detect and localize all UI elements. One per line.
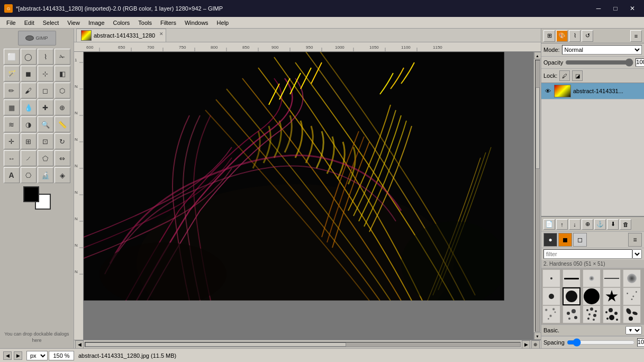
blend-tool[interactable]: ▦ [4, 99, 20, 115]
free-select-tool[interactable]: ⌇ [38, 49, 53, 65]
bucket-fill-tool[interactable]: ⬡ [55, 83, 70, 98]
hscroll-left-arrow[interactable]: ◀ [75, 340, 84, 349]
eraser-tool[interactable]: ◻ [38, 83, 53, 98]
scale-tool[interactable]: ↔ [4, 150, 20, 166]
brush-cell-line[interactable] [563, 269, 580, 287]
align-tool[interactable]: ⊞ [21, 133, 37, 149]
layer-item-0[interactable]: 👁 abstract-1414331... [541, 83, 644, 99]
smudge-tool[interactable]: ≋ [4, 116, 20, 132]
brush-cell-organic3[interactable] [623, 305, 641, 323]
heal-tool[interactable]: ✚ [38, 99, 53, 115]
canvas-scroll[interactable] [84, 52, 533, 340]
scissors-select-tool[interactable]: ✁ [55, 49, 70, 65]
canvas-hscrollbar[interactable]: ◀ ▶ ⊕ [74, 340, 541, 348]
pencil-tool[interactable]: ✏ [4, 83, 20, 98]
mode-select[interactable]: Normal Dissolve Multiply Screen [562, 45, 642, 55]
brush-cell-hard-med[interactable] [563, 287, 580, 305]
foreground-select-tool[interactable]: ◧ [55, 66, 70, 82]
close-button[interactable]: ✕ [625, 3, 640, 14]
ink-tool[interactable]: 💧 [21, 99, 37, 115]
history-icon-btn[interactable]: ↺ [582, 30, 593, 42]
opacity-slider[interactable] [565, 59, 633, 66]
brush-cell-hard-lg[interactable] [583, 287, 601, 305]
fg-bg-box[interactable] [23, 186, 51, 210]
panel-menu-btn[interactable]: ≡ [630, 30, 642, 42]
layer-visibility-toggle[interactable]: 👁 [543, 87, 552, 95]
menu-edit[interactable]: Edit [20, 19, 39, 27]
zoom-tool[interactable]: 🔍 [38, 116, 53, 132]
brush-cell-line-h[interactable] [603, 269, 621, 287]
raise-layer-btn[interactable]: ↑ [556, 219, 568, 230]
menu-image[interactable]: Image [84, 19, 109, 27]
crop-tool[interactable]: ⊡ [38, 133, 53, 149]
orange-brush-btn[interactable]: ◼ [558, 233, 572, 247]
perspective-tool[interactable]: ⬠ [38, 150, 53, 166]
path-tool[interactable]: ⎔ [21, 167, 37, 183]
brush-cell-soft-med[interactable] [623, 269, 641, 287]
vscroll-track[interactable] [535, 60, 540, 332]
brush-cell-scatter1[interactable] [623, 287, 641, 305]
flip-tool[interactable]: ⇔ [55, 150, 70, 166]
hscroll-thumb[interactable] [85, 342, 346, 347]
brush-cell-organic1[interactable] [583, 305, 601, 323]
zoom-unit-select[interactable]: px % [26, 351, 48, 360]
vscroll-up-arrow[interactable]: ▲ [534, 52, 541, 59]
menu-windows[interactable]: Windows [180, 19, 213, 27]
lock-pixels-btn[interactable]: 🖊 [559, 70, 570, 81]
rect-select-tool[interactable]: ⬜ [4, 49, 20, 65]
minimize-button[interactable]: ─ [591, 3, 606, 14]
anchor-layer-btn[interactable]: ⚓ [594, 219, 606, 230]
shear-tool[interactable]: ⟋ [21, 150, 37, 166]
image-tab[interactable]: abstract-1414331_1280 ✕ [76, 29, 166, 42]
measure-tool[interactable]: 📏 [55, 116, 70, 132]
brush-cell-soft-sm[interactable] [583, 269, 601, 287]
brush-filter-input[interactable] [543, 249, 632, 259]
menu-filters[interactable]: Filters [156, 19, 180, 27]
channels-icon-btn[interactable]: 🎨 [556, 30, 568, 42]
canvas-vscrollbar[interactable]: ▲ ▼ [533, 52, 541, 340]
merge-down-btn[interactable]: ⬇ [607, 219, 619, 230]
brush-cell-scatter2[interactable] [542, 305, 560, 323]
spacing-slider[interactable] [567, 339, 635, 346]
text-tool[interactable]: A [4, 167, 20, 183]
vscroll-down-arrow[interactable]: ▼ [534, 332, 541, 340]
brush-panel-menu-btn[interactable]: ≡ [628, 233, 642, 247]
vscroll-thumb[interactable] [536, 87, 540, 169]
layers-icon-btn[interactable]: ⊞ [543, 30, 555, 42]
lower-layer-btn[interactable]: ↓ [569, 219, 580, 230]
rotate-tool[interactable]: ↻ [55, 133, 70, 149]
hscroll-track[interactable] [85, 342, 521, 347]
lock-alpha-btn[interactable]: ◪ [572, 70, 583, 81]
fuzzy-select-tool[interactable]: 🪄 [4, 66, 20, 82]
dodge-burn-tool[interactable]: ◑ [21, 116, 37, 132]
brush-cell-scatter3[interactable] [563, 305, 580, 323]
maximize-button[interactable]: □ [608, 3, 623, 14]
brush-filter-select[interactable]: ▼ [632, 249, 642, 259]
menu-view[interactable]: View [63, 19, 84, 27]
menu-colors[interactable]: Colors [109, 19, 134, 27]
duplicate-layer-btn[interactable]: ⊕ [582, 219, 593, 230]
menu-help[interactable]: Help [213, 19, 233, 27]
preset-select[interactable]: ▼ [625, 326, 642, 334]
foreground-extract-tool[interactable]: ◈ [55, 167, 70, 183]
menu-file[interactable]: File [2, 19, 20, 27]
by-color-select-tool[interactable]: ◼ [21, 66, 37, 82]
foreground-color-swatch[interactable] [23, 186, 39, 202]
menu-select[interactable]: Select [39, 19, 64, 27]
move-tool[interactable]: ✛ [4, 133, 20, 149]
ellipse-select-tool[interactable]: ◯ [21, 49, 37, 65]
tab-close-button[interactable]: ✕ [159, 31, 164, 37]
color-picker-tool[interactable]: 🔬 [38, 167, 53, 183]
nav-forward-btn[interactable]: ▶ [14, 351, 22, 360]
paths-icon-btn[interactable]: ⌇ [569, 30, 580, 42]
paintbrush-tool[interactable]: 🖌 [21, 83, 37, 98]
white-brush-btn[interactable]: ◻ [573, 233, 587, 247]
clone-tool[interactable]: ⊕ [55, 99, 70, 115]
brush-cell-organic2[interactable] [603, 305, 621, 323]
brush-cell-dot-tiny[interactable] [542, 269, 560, 287]
brush-cell-star[interactable] [603, 287, 621, 305]
black-brush-btn[interactable]: ● [543, 233, 557, 247]
brush-cell-hard-sm[interactable] [542, 287, 560, 305]
menu-tools[interactable]: Tools [134, 19, 156, 27]
new-layer-btn[interactable]: 📄 [543, 219, 555, 230]
